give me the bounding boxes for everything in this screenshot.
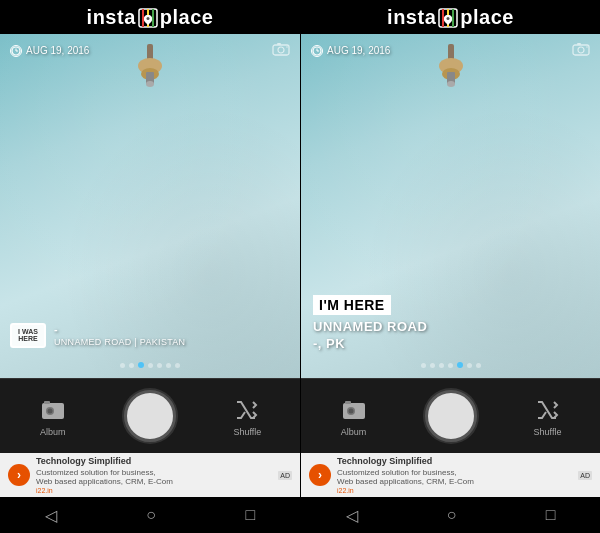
camera-icon-right[interactable] xyxy=(572,42,590,59)
dot-left-2 xyxy=(129,363,134,368)
shuffle-icon-right xyxy=(534,396,562,424)
svg-point-16 xyxy=(278,47,284,53)
ad-url-right: i22.in xyxy=(337,487,572,494)
nav-bar-left: ◁ ○ □ xyxy=(0,497,300,533)
dot-right-2 xyxy=(430,363,435,368)
svg-point-41 xyxy=(586,46,588,48)
location-line1-right: UNNAMED ROAD xyxy=(313,319,588,336)
nav-bar-right: ◁ ○ □ xyxy=(301,497,600,533)
ad-desc-left: Customized solution for business, xyxy=(36,468,272,478)
ad-arrow-right[interactable]: › xyxy=(309,464,331,486)
photo-area-left: AUG 19, 2016 I WAS HERE xyxy=(0,34,300,378)
camera-icon-left[interactable] xyxy=(272,42,290,59)
ad-title-right: Technology Simplified xyxy=(337,456,572,468)
location-dash: - xyxy=(54,323,185,335)
clock-icon-right xyxy=(311,45,323,57)
recent-button-right[interactable]: □ xyxy=(531,501,571,529)
shuffle-button-left[interactable]: Shuffle xyxy=(233,396,261,437)
album-icon-left xyxy=(39,396,67,424)
date-bar-left: AUG 19, 2016 xyxy=(0,42,300,59)
date-text-right: AUG 19, 2016 xyxy=(327,45,390,56)
svg-rect-20 xyxy=(44,401,50,404)
shuffle-label-right: Shuffle xyxy=(534,427,562,437)
app-logo-right: insta place xyxy=(301,6,600,29)
app-logo-left: insta place xyxy=(0,6,300,29)
logo-pin-icon-left xyxy=(138,8,158,28)
iwas-text-line1: I WAS xyxy=(18,328,38,336)
ad-desc2-right: Web based applications, CRM, E-Com xyxy=(337,477,572,487)
svg-point-45 xyxy=(348,408,353,413)
home-button-left[interactable]: ○ xyxy=(131,501,171,529)
ad-url-left: i22.in xyxy=(36,487,272,494)
location-text-left: - UNNAMED ROAD | PAKISTAN xyxy=(54,323,185,347)
svg-rect-40 xyxy=(577,43,581,45)
dots-bar-right xyxy=(301,362,600,368)
svg-point-5 xyxy=(146,17,149,20)
album-label-left: Album xyxy=(40,427,66,437)
ad-title-left: Technology Simplified xyxy=(36,456,272,468)
dot-left-1 xyxy=(120,363,125,368)
svg-point-11 xyxy=(146,81,154,87)
date-bar-right: AUG 19, 2016 xyxy=(301,42,600,59)
album-label-right: Album xyxy=(341,427,367,437)
logo-place-left: place xyxy=(160,6,214,29)
clock-icon-left xyxy=(10,45,22,57)
recent-button-left[interactable]: □ xyxy=(231,501,271,529)
dot-right-3 xyxy=(439,363,444,368)
location-overlay-left: I WAS HERE - UNNAMED ROAD | PAKISTAN xyxy=(0,323,300,348)
album-button-left[interactable]: Album xyxy=(39,396,67,437)
location-overlay-right: I'M HERE UNNAMED ROAD -, PK xyxy=(301,295,600,353)
svg-rect-43 xyxy=(345,401,351,404)
ad-text-right: Technology Simplified Customized solutio… xyxy=(337,456,572,494)
back-button-right[interactable]: ◁ xyxy=(331,501,373,530)
dot-right-5 xyxy=(457,362,463,368)
dot-right-7 xyxy=(476,363,481,368)
dot-right-6 xyxy=(467,363,472,368)
dot-left-4 xyxy=(148,363,153,368)
photo-area-right: AUG 19, 2016 I'M HERE UNNAMED ROAD xyxy=(301,34,600,378)
right-panel: insta place xyxy=(300,0,600,533)
logo-insta-right: insta xyxy=(387,6,436,29)
shutter-button-left[interactable] xyxy=(124,390,176,442)
ad-banner-right: › Technology Simplified Customized solut… xyxy=(301,453,600,497)
svg-point-18 xyxy=(286,46,288,48)
main-panels: insta place xyxy=(0,0,600,533)
album-button-right[interactable]: Album xyxy=(340,396,368,437)
shuffle-label-left: Shuffle xyxy=(233,427,261,437)
date-text-left: AUG 19, 2016 xyxy=(26,45,89,56)
shuffle-icon-left xyxy=(233,396,261,424)
location-line2-right: -, PK xyxy=(313,336,588,353)
date-left-panel: AUG 19, 2016 xyxy=(10,45,89,57)
toolbar-right: Album Shuffle xyxy=(301,378,600,453)
dot-left-7 xyxy=(175,363,180,368)
ad-arrow-left[interactable]: › xyxy=(8,464,30,486)
dot-left-6 xyxy=(166,363,171,368)
logo-insta-left: insta xyxy=(87,6,136,29)
svg-point-39 xyxy=(578,47,584,53)
dot-left-3 xyxy=(138,362,144,368)
ad-text-left: Technology Simplified Customized solutio… xyxy=(36,456,272,494)
iwas-text-line2: HERE xyxy=(18,335,37,343)
location-name-left: UNNAMED ROAD | PAKISTAN xyxy=(54,337,185,347)
back-button-left[interactable]: ◁ xyxy=(30,501,72,530)
svg-rect-17 xyxy=(277,43,281,45)
home-button-right[interactable]: ○ xyxy=(432,501,472,529)
logo-place-right: place xyxy=(460,6,514,29)
dot-right-1 xyxy=(421,363,426,368)
ad-desc2-left: Web based applications, CRM, E-Com xyxy=(36,477,272,487)
album-icon-right xyxy=(340,396,368,424)
svg-point-34 xyxy=(447,81,455,87)
shutter-button-right[interactable] xyxy=(425,390,477,442)
dot-right-4 xyxy=(448,363,453,368)
app-header-right: insta place xyxy=(301,0,600,34)
ad-badge-left: AD xyxy=(278,471,292,480)
ad-banner-left: › Technology Simplified Customized solut… xyxy=(0,453,300,497)
shuffle-button-right[interactable]: Shuffle xyxy=(534,396,562,437)
dot-left-5 xyxy=(157,363,162,368)
app-header-left: insta place xyxy=(0,0,300,34)
iwas-badge: I WAS HERE xyxy=(10,323,46,348)
logo-pin-icon-right xyxy=(438,8,458,28)
ad-desc-right: Customized solution for business, xyxy=(337,468,572,478)
svg-point-28 xyxy=(447,17,450,20)
im-here-text: I'M HERE xyxy=(313,295,391,315)
